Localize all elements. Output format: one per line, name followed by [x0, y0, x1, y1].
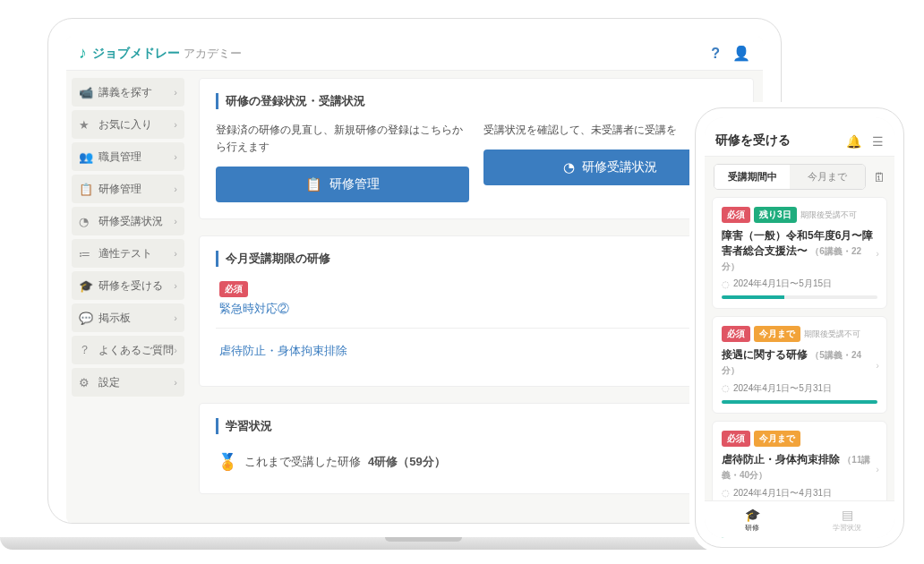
row-title: 緊急時対応② — [219, 301, 719, 317]
page-title: 研修を受ける — [715, 132, 835, 149]
logo-sub: アカデミー — [184, 46, 242, 62]
phone-frame: 研修を受ける 🔔 ☰ 受講期間中 今月まで 🗓 必須残り3日期限後受講不可 障害… — [695, 107, 904, 548]
chevron-right-icon: › — [174, 151, 177, 162]
training-card[interactable]: 必須今月まで期限後受講不可 接遇に関する研修 （5講義・24分） ◌2024年4… — [712, 316, 887, 414]
stat-label: これまで受講した研修 — [244, 454, 361, 470]
sidebar-item-label: 研修受講状況 — [98, 214, 174, 229]
calendar-icon[interactable]: 🗓 — [873, 170, 886, 184]
sidebar-item-4[interactable]: ◔ 研修受講状況 › — [72, 207, 184, 235]
sidebar-item-3[interactable]: 📋 研修管理 › — [72, 175, 184, 203]
logo-icon: ♪ — [79, 44, 87, 63]
section-title: 今月受講期限の研修 — [216, 251, 737, 267]
user-icon[interactable]: 👤 — [732, 45, 750, 62]
sidebar: 📹 講義を探す ›★ お気に入り ›👥 職員管理 ›📋 研修管理 ›◔ 研修受講… — [66, 71, 190, 510]
card-title: 虐待防止・身体拘束排除 — [722, 453, 840, 466]
card-date: 2024年4月1日〜4月31日 — [733, 487, 832, 500]
status-badge: 必須 — [722, 207, 750, 223]
phone-notch — [759, 108, 840, 124]
sidebar-item-7[interactable]: 💬 掲示板 › — [72, 303, 184, 332]
bottom-nav: 🎓 研修 ▤ 学習状況 — [705, 500, 894, 538]
mobile-app: 研修を受ける 🔔 ☰ 受講期間中 今月まで 🗓 必須残り3日期限後受講不可 障害… — [705, 117, 894, 538]
required-badge: 必須 — [219, 281, 248, 297]
card-learning-status: 学習状況 🏅 これまで受講した研修 4研修（59分） — [199, 403, 754, 494]
status-badge: 今月まで — [754, 326, 800, 342]
clipboard-icon: 📋 — [305, 176, 322, 192]
sidebar-icon: ？ — [79, 342, 93, 358]
sidebar-item-label: 掲示板 — [98, 311, 174, 326]
chevron-right-icon: › — [174, 216, 177, 226]
sidebar-item-8[interactable]: ？ よくあるご質問 › — [72, 336, 184, 364]
sidebar-icon: 📹 — [79, 86, 93, 99]
row-title: 虐待防止・身体拘束排除 — [219, 343, 719, 359]
sidebar-item-5[interactable]: ≔ 適性テスト › — [72, 239, 184, 268]
sidebar-icon: ≔ — [79, 247, 93, 261]
status-badge: 必須 — [722, 431, 750, 447]
sidebar-item-1[interactable]: ★ お気に入り › — [72, 110, 184, 139]
sidebar-item-label: よくあるご質問 — [98, 343, 174, 358]
sidebar-item-label: 職員管理 — [98, 150, 174, 165]
laptop-frame: ♪ ジョブメドレー アカデミー ? 👤 📹 講義を探す ›★ お気に入り ›👥 … — [47, 18, 782, 524]
sidebar-item-label: 研修管理 — [98, 182, 174, 197]
sidebar-item-label: 適性テスト — [98, 246, 174, 261]
sidebar-item-0[interactable]: 📹 講義を探す › — [72, 78, 184, 107]
section-title: 学習状況 — [216, 418, 737, 434]
logo-text: ジョブメドレー — [92, 46, 180, 62]
clock-icon: ◌ — [722, 383, 730, 393]
nav-training[interactable]: 🎓 研修 — [705, 501, 800, 538]
training-card[interactable]: 必須残り3日期限後受講不可 障害（一般）令和5年度6月〜障害者総合支援法〜 （6… — [712, 197, 887, 309]
book-icon: ▤ — [842, 508, 853, 522]
sidebar-item-label: 講義を探す — [98, 85, 174, 100]
menu-icon[interactable]: ☰ — [872, 134, 884, 149]
deadline-row[interactable]: 必須 緊急時対応② 0% — [216, 279, 737, 328]
badge-note: 期限後受講不可 — [804, 329, 860, 340]
card-text: 登録済の研修の見直し、新規研修の登録はこちらから行えます — [216, 122, 469, 156]
sidebar-icon: 👥 — [79, 150, 93, 164]
status-badge: 今月まで — [754, 431, 800, 447]
clock-icon: ◌ — [722, 488, 730, 498]
sidebar-icon: ◔ — [79, 215, 93, 228]
chevron-right-icon: › — [876, 360, 879, 371]
card-date: 2024年4月1日〜5月31日 — [733, 382, 832, 395]
chevron-right-icon: › — [174, 377, 177, 388]
nav-learning[interactable]: ▤ 学習状況 — [800, 501, 894, 538]
stat-value: 4研修（59分） — [368, 454, 446, 470]
sidebar-item-label: お気に入り — [98, 117, 174, 132]
clock-icon: ◌ — [722, 279, 730, 289]
sidebar-icon: 📋 — [79, 183, 93, 196]
status-badge: 必須 — [722, 326, 750, 342]
chevron-right-icon: › — [174, 184, 177, 194]
chevron-right-icon: › — [174, 248, 177, 259]
card-registration: 研修の登録状況・受講状況 登録済の研修の見直し、新規研修の登録はこちらから行えま… — [199, 78, 754, 219]
sidebar-item-2[interactable]: 👥 職員管理 › — [72, 142, 184, 171]
sidebar-icon: ⚙ — [79, 376, 93, 389]
section-title: 研修の登録状況・受講状況 — [216, 93, 737, 109]
chevron-right-icon: › — [174, 280, 177, 291]
badge-note: 期限後受講不可 — [800, 209, 857, 221]
help-icon[interactable]: ? — [711, 46, 720, 62]
sidebar-item-label: 研修を受ける — [98, 278, 174, 294]
sidebar-item-6[interactable]: 🎓 研修を受ける › — [72, 271, 184, 300]
bell-icon[interactable]: 🔔 — [846, 134, 861, 149]
award-icon: 🏅 — [218, 452, 237, 472]
piechart-icon: ◔ — [563, 159, 575, 175]
chevron-right-icon: › — [174, 312, 177, 323]
sidebar-icon: 💬 — [79, 312, 93, 325]
chevron-right-icon: › — [876, 464, 879, 474]
laptop-notch — [385, 537, 462, 542]
chevron-right-icon: › — [174, 345, 177, 355]
sidebar-item-9[interactable]: ⚙ 設定 › — [72, 368, 184, 397]
manage-training-button[interactable]: 📋 研修管理 — [216, 167, 469, 202]
deadline-row[interactable]: 虐待防止・身体拘束排除 0% — [216, 328, 737, 370]
card-date: 2024年4月1日〜5月15日 — [733, 278, 832, 290]
sidebar-item-label: 設定 — [98, 375, 174, 390]
segment-control: 受講期間中 今月まで — [714, 164, 866, 190]
status-badge: 残り3日 — [754, 207, 797, 223]
progress-bar — [722, 400, 877, 404]
graduation-icon: 🎓 — [745, 508, 760, 522]
sidebar-icon: ★ — [79, 118, 93, 132]
tab-current[interactable]: 受講期間中 — [714, 165, 790, 189]
chevron-right-icon: › — [174, 119, 177, 130]
tab-month[interactable]: 今月まで — [790, 165, 865, 189]
topbar: ♪ ジョブメドレー アカデミー ? 👤 — [66, 37, 763, 71]
chevron-right-icon: › — [876, 248, 879, 259]
